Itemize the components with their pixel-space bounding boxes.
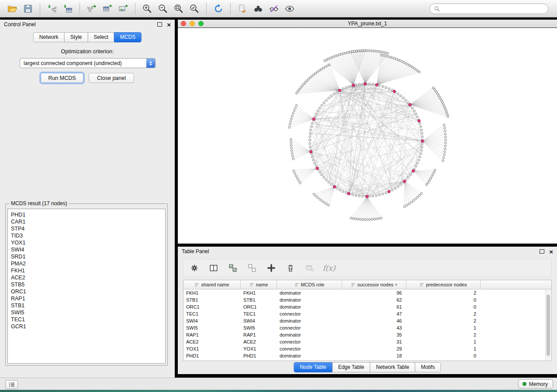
mcds-result-item[interactable]: FKH1 bbox=[11, 267, 165, 274]
table-row[interactable]: TEC1TEC1connector472 bbox=[183, 310, 551, 317]
open-file-button[interactable] bbox=[4, 2, 20, 15]
search-field[interactable] bbox=[429, 3, 548, 14]
tab-mcds[interactable]: MCDS bbox=[114, 32, 142, 42]
column-header[interactable]: name bbox=[241, 280, 277, 289]
hide-glasses-button[interactable] bbox=[266, 2, 282, 15]
table-row[interactable]: PHD1PHD1dominator180 bbox=[183, 352, 551, 359]
import-network-icon bbox=[47, 3, 57, 14]
control-panel-tabbar: Network Style Select MCDS bbox=[33, 32, 142, 42]
float-panel-icon[interactable] bbox=[157, 22, 162, 27]
toolbar-separator bbox=[206, 3, 207, 14]
export-network-button[interactable] bbox=[84, 2, 100, 15]
mcds-result-list[interactable]: PHD1CAR1STP4TID3YOX1SWI4SRD1PMA2FKH1ACE2… bbox=[7, 209, 166, 364]
zoom-out-button[interactable] bbox=[155, 2, 171, 15]
save-button[interactable] bbox=[20, 2, 36, 15]
fx-icon: f(x) bbox=[322, 264, 335, 272]
zoom-fit-icon bbox=[173, 3, 184, 14]
mcds-result-title: MCDS result (17 nodes) bbox=[9, 200, 69, 206]
mcds-result-item[interactable]: SRD1 bbox=[11, 253, 165, 260]
table-row[interactable]: YOX1YOX1connector291 bbox=[183, 345, 551, 352]
column-header[interactable]: MCDS role bbox=[277, 280, 342, 289]
float-table-panel-icon[interactable] bbox=[540, 249, 544, 254]
gear-button[interactable] bbox=[189, 262, 200, 274]
network-canvas[interactable] bbox=[178, 28, 557, 244]
export-image-button[interactable] bbox=[115, 2, 131, 15]
run-mcds-button[interactable]: Run MCDS bbox=[41, 73, 83, 83]
mcds-result-item[interactable]: TID3 bbox=[11, 232, 165, 239]
tab-motifs[interactable]: Motifs bbox=[415, 362, 441, 372]
mcds-result-item[interactable]: GCR1 bbox=[11, 323, 165, 330]
scrollbar-thumb[interactable] bbox=[547, 295, 550, 356]
column-header[interactable]: shared name bbox=[183, 280, 241, 289]
select-all-button[interactable] bbox=[227, 262, 239, 274]
tab-style[interactable]: Style bbox=[64, 32, 88, 42]
task-history-button[interactable] bbox=[5, 380, 18, 389]
criterion-dropdown[interactable]: largest connected component (undirected) bbox=[20, 58, 156, 68]
columns-icon bbox=[209, 263, 218, 273]
main-toolbar bbox=[0, 0, 557, 17]
node-table: shared namenameMCDS rolesuccessor nodes▾… bbox=[183, 280, 552, 361]
mcds-result-item[interactable]: SWI4 bbox=[11, 246, 165, 253]
toolbar-separator bbox=[135, 3, 135, 14]
show-eye-button[interactable] bbox=[282, 2, 298, 15]
close-panel-icon[interactable]: × bbox=[167, 21, 171, 28]
add-column-button[interactable] bbox=[266, 262, 277, 274]
table-row[interactable]: ACE2ACE2connector311 bbox=[183, 338, 551, 345]
tab-network-table[interactable]: Network Table bbox=[370, 362, 415, 372]
toolbar-separator bbox=[80, 3, 80, 14]
application-window: Control Panel × Network Style Select MCD… bbox=[0, 0, 557, 392]
tab-edge-table[interactable]: Edge Table bbox=[332, 362, 370, 372]
column-header[interactable]: successor nodes▾ bbox=[342, 280, 406, 289]
copy-document-button[interactable] bbox=[235, 2, 250, 15]
network-window: YPA_prune.txt_1 bbox=[178, 20, 557, 243]
columns-button[interactable] bbox=[208, 262, 219, 274]
memory-button[interactable]: Memory bbox=[518, 379, 553, 389]
mcds-result-item[interactable]: CAR1 bbox=[11, 218, 165, 225]
column-header[interactable]: predecessor nodes bbox=[406, 280, 481, 289]
control-panel-title: Control Panel bbox=[4, 21, 36, 28]
mcds-result-item[interactable]: STB5 bbox=[11, 281, 165, 288]
search-network-button[interactable] bbox=[250, 2, 266, 15]
mcds-result-item[interactable]: SWI5 bbox=[11, 309, 165, 316]
open-file-icon bbox=[7, 3, 17, 14]
tab-network[interactable]: Network bbox=[33, 32, 65, 42]
trash-button[interactable] bbox=[285, 262, 296, 274]
unselect-all-icon bbox=[247, 263, 257, 273]
import-table-button[interactable] bbox=[60, 2, 76, 15]
table-row[interactable]: SWI5SWI5connector431 bbox=[183, 324, 551, 331]
mcds-result-item[interactable]: ACE2 bbox=[11, 274, 165, 281]
zoom-in-button[interactable] bbox=[139, 2, 155, 15]
zoom-selected-button[interactable] bbox=[187, 2, 202, 15]
fx-button[interactable]: f(x) bbox=[323, 262, 335, 274]
refresh-button[interactable] bbox=[211, 2, 226, 15]
table-toolbar-icons: f(x) bbox=[183, 259, 552, 277]
mcds-result-item[interactable]: TEC1 bbox=[11, 316, 165, 323]
close-table-panel-icon[interactable]: × bbox=[549, 248, 553, 255]
criterion-value: largest connected component (undirected) bbox=[20, 60, 146, 66]
search-input[interactable] bbox=[443, 5, 544, 12]
table-row[interactable]: RAP1RAP1dominator352 bbox=[183, 331, 551, 338]
mcds-result-item[interactable]: ORC1 bbox=[11, 288, 165, 295]
table-row[interactable]: ORC1ORC1dominator610 bbox=[183, 303, 551, 310]
mcds-result-item[interactable]: PHD1 bbox=[11, 211, 165, 218]
table-panel: Table Panel × f(x) shared namenameMCDS r… bbox=[178, 247, 557, 374]
mcds-result-item[interactable]: RAP1 bbox=[11, 295, 165, 302]
close-panel-button[interactable]: Close panel bbox=[89, 73, 134, 83]
table-header-row: shared namenameMCDS rolesuccessor nodes▾… bbox=[183, 280, 551, 289]
table-row[interactable]: FKH1FKH1dominator962 bbox=[183, 289, 551, 296]
gear-icon bbox=[190, 263, 199, 273]
mcds-result-item[interactable]: YOX1 bbox=[11, 239, 165, 246]
zoom-fit-button[interactable] bbox=[171, 2, 187, 15]
tab-node-table[interactable]: Node Table bbox=[294, 362, 332, 372]
mcds-result-item[interactable]: STP4 bbox=[11, 225, 165, 232]
mcds-result-item[interactable]: STB1 bbox=[11, 302, 165, 309]
import-network-button[interactable] bbox=[44, 2, 60, 15]
tab-select[interactable]: Select bbox=[88, 32, 114, 42]
table-row[interactable]: SWI4SWI4dominator462 bbox=[183, 317, 551, 324]
export-table-button[interactable] bbox=[100, 2, 115, 15]
delete-table-button[interactable] bbox=[304, 262, 315, 274]
table-row[interactable]: STB1STB1dominator620 bbox=[183, 296, 551, 303]
mcds-result-item[interactable]: PMA2 bbox=[11, 260, 165, 267]
table-scrollbar[interactable] bbox=[545, 289, 551, 360]
unselect-all-button[interactable] bbox=[246, 262, 258, 274]
